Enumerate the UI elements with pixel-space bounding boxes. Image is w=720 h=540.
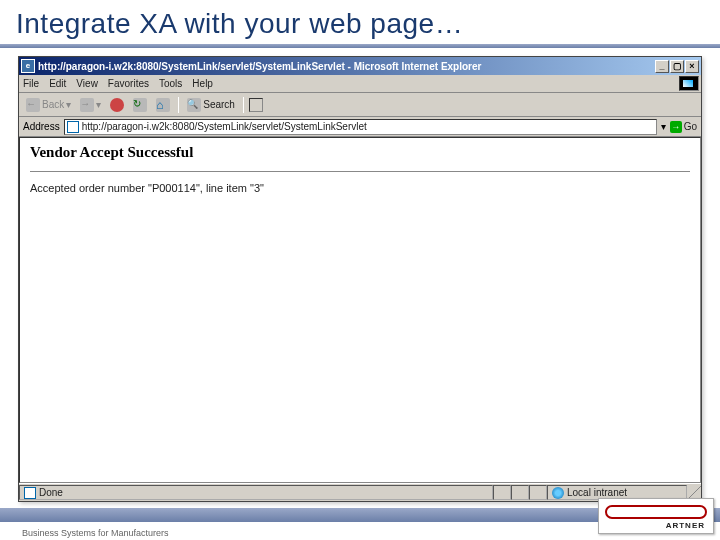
document-icon: [24, 487, 36, 499]
menubar: File Edit View Favorites Tools Help: [19, 75, 701, 93]
back-label: Back: [42, 99, 64, 110]
titlebar: e http://paragon-i.w2k:8080/SystemLink/s…: [19, 57, 701, 75]
status-slot: [511, 485, 529, 500]
minimize-button[interactable]: _: [655, 60, 669, 73]
address-label: Address: [23, 121, 60, 132]
toolbar-separator: [243, 97, 244, 113]
logo-label: ARTNER: [666, 521, 705, 530]
status-slot: [493, 485, 511, 500]
search-button[interactable]: Search: [184, 97, 238, 113]
menu-favorites[interactable]: Favorites: [108, 78, 149, 89]
forward-icon: [80, 98, 94, 112]
slide-title: Integrate XA with your web page…: [0, 0, 720, 44]
browser-window: e http://paragon-i.w2k:8080/SystemLink/s…: [18, 56, 702, 502]
menu-tools[interactable]: Tools: [159, 78, 182, 89]
close-button[interactable]: ×: [685, 60, 699, 73]
footer-text: Business Systems for Manufacturers: [22, 528, 169, 538]
search-label: Search: [203, 99, 235, 110]
throbber-icon: [679, 76, 699, 91]
menu-help[interactable]: Help: [192, 78, 213, 89]
globe-icon: [552, 487, 564, 499]
title-underline: [0, 44, 720, 48]
chevron-down-icon: ▾: [66, 99, 71, 110]
maximize-button[interactable]: ▢: [670, 60, 684, 73]
partner-logo: ARTNER: [598, 498, 714, 534]
page-heading: Vendor Accept Successful: [30, 144, 690, 161]
zone-text: Local intranet: [567, 487, 627, 498]
search-icon: [187, 98, 201, 112]
stop-button[interactable]: [107, 97, 127, 113]
stop-icon: [110, 98, 124, 112]
addressbar: Address http://paragon-i.w2k:8080/System…: [19, 117, 701, 137]
menu-edit[interactable]: Edit: [49, 78, 66, 89]
window-controls: _ ▢ ×: [655, 60, 699, 73]
toolbar: Back ▾ ▾ Search: [19, 93, 701, 117]
menu-file[interactable]: File: [23, 78, 39, 89]
home-icon: [156, 98, 170, 112]
back-button[interactable]: Back ▾: [23, 97, 74, 113]
back-icon: [26, 98, 40, 112]
address-dropdown-icon[interactable]: ▾: [661, 121, 666, 132]
go-icon: →: [670, 121, 682, 133]
go-button[interactable]: → Go: [670, 121, 697, 133]
address-value: http://paragon-i.w2k:8080/SystemLink/ser…: [82, 121, 367, 132]
address-input[interactable]: http://paragon-i.w2k:8080/SystemLink/ser…: [64, 119, 657, 135]
page-body-text: Accepted order number "P000114", line it…: [30, 182, 690, 194]
home-button[interactable]: [153, 97, 173, 113]
menu-view[interactable]: View: [76, 78, 98, 89]
page-divider: [30, 171, 690, 172]
status-text: Done: [39, 487, 63, 498]
refresh-button[interactable]: [130, 97, 150, 113]
toolbar-separator: [178, 97, 179, 113]
toolbar-box: [249, 98, 263, 112]
window-title: http://paragon-i.w2k:8080/SystemLink/ser…: [38, 61, 655, 72]
page-icon: [67, 121, 79, 133]
status-slot: [529, 485, 547, 500]
logo-bar-icon: [605, 505, 707, 519]
forward-button[interactable]: ▾: [77, 97, 104, 113]
status-main: Done: [19, 485, 493, 500]
ie-icon: e: [21, 59, 35, 73]
page-content: Vendor Accept Successful Accepted order …: [19, 137, 701, 483]
refresh-icon: [133, 98, 147, 112]
chevron-down-icon: ▾: [96, 99, 101, 110]
go-label: Go: [684, 121, 697, 132]
